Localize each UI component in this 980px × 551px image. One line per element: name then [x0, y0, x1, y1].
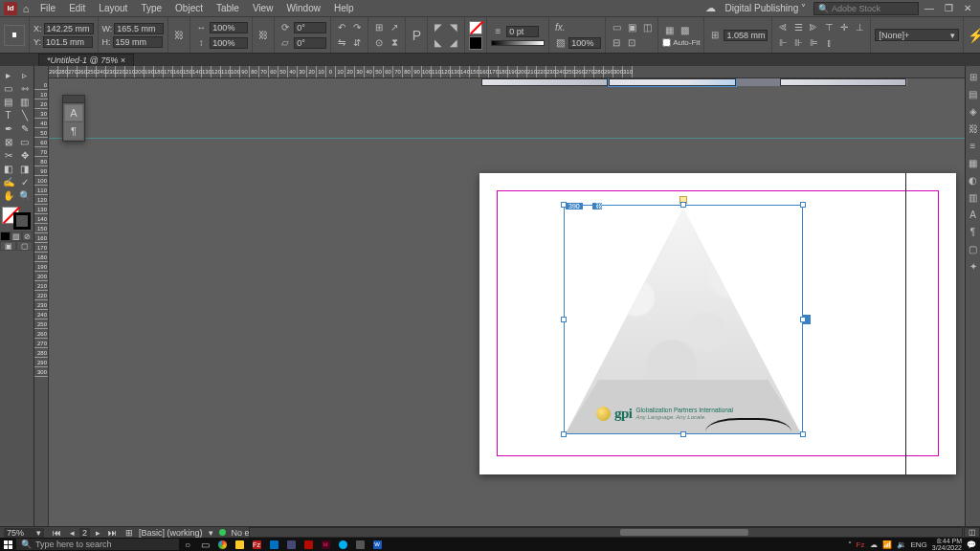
color-panel-icon[interactable]: ◐ [967, 173, 980, 187]
x-field[interactable]: 142.25 mm [44, 23, 94, 34]
horizontal-scrollbar[interactable] [249, 527, 963, 538]
fx-button[interactable]: fx. [553, 21, 567, 34]
corner-bl-icon[interactable]: ◣ [432, 36, 445, 50]
eyedropper-tool[interactable]: ✓ [16, 175, 33, 188]
taskbar-app-chrome[interactable] [213, 538, 231, 551]
window-minimize-icon[interactable]: — [921, 2, 938, 15]
workspace-switcher[interactable]: Digital Publishing ˅ [720, 1, 813, 15]
wrap-column-icon[interactable]: ⊡ [625, 36, 638, 50]
handle-mr[interactable] [800, 317, 806, 322]
taskbar-app-word[interactable]: W [368, 538, 386, 551]
vertical-ruler[interactable]: 0102030405060708090100110120130140150160… [34, 66, 49, 526]
links-panel-icon[interactable]: ⛓ [967, 121, 980, 135]
tray-filezilla-icon[interactable]: Fz [857, 540, 865, 549]
page-number-field[interactable]: 2 [79, 528, 90, 538]
paragraph-panel-icon[interactable]: ¶ [64, 122, 83, 140]
wrap-shape-icon[interactable]: ◫ [640, 21, 654, 34]
constrain-scale-icon[interactable]: ⛓ [256, 29, 270, 42]
taskbar-app-outlook[interactable] [265, 538, 282, 551]
scale-y-field[interactable]: 100% [210, 37, 248, 49]
direct-selection-tool[interactable]: ▹ [16, 68, 33, 81]
pencil-tool[interactable]: ✎ [16, 121, 33, 135]
w-field[interactable]: 165.5 mm [114, 23, 164, 34]
dimensions-icon[interactable]: ⊞ [372, 21, 386, 34]
tray-volume-icon[interactable]: 🔉 [897, 540, 906, 549]
paragraph-icon[interactable]: P [410, 29, 423, 42]
menu-object[interactable]: Object [169, 1, 209, 15]
horizontal-ruler[interactable]: 2902802702602502402302202102001901801701… [49, 66, 965, 78]
dist-spacing-icon[interactable]: ⫿ [822, 36, 835, 50]
menu-help[interactable]: Help [328, 1, 360, 15]
wrap-jump-icon[interactable]: ⊟ [610, 36, 623, 50]
preflight-status-icon[interactable] [219, 529, 226, 536]
tray-language[interactable]: ENG [911, 540, 927, 549]
rectangle-frame-tool[interactable]: ⊠ [0, 135, 16, 148]
cc-libraries-panel-icon[interactable]: ▥ [967, 190, 980, 204]
gradient-swatch-tool[interactable]: ◧ [0, 162, 16, 175]
fit-frame-icon[interactable]: ▦ [662, 23, 676, 36]
cloud-sync-icon[interactable]: ☁ [704, 2, 718, 15]
taskbar-search[interactable]: 🔍 Type here to search [16, 539, 179, 550]
corner-tr-icon[interactable]: ◥ [447, 21, 460, 34]
wrap-bound-icon[interactable]: ▣ [625, 21, 638, 34]
taskbar-app-skype[interactable] [334, 538, 351, 551]
align-top-icon[interactable]: ⊤ [822, 21, 835, 34]
handle-tr[interactable] [800, 202, 806, 208]
align-right-icon[interactable]: ⫸ [807, 21, 820, 34]
object-styles-panel-icon[interactable]: ▢ [967, 242, 980, 255]
align-vcenter-icon[interactable]: ✛ [837, 21, 851, 34]
note-tool[interactable]: ✍ [0, 175, 16, 188]
dist-hcenter-icon[interactable]: ⊪ [791, 36, 805, 50]
menu-layout[interactable]: Layout [93, 1, 133, 15]
gradient-feather-tool[interactable]: ◨ [16, 162, 33, 175]
flip-v-icon[interactable]: ⇵ [350, 36, 364, 50]
preview-mode-button[interactable]: ▢ [16, 241, 33, 251]
type-tool[interactable]: T [0, 108, 16, 121]
gpu-preview-icon[interactable]: ⚡ [968, 24, 980, 47]
content-collector-tool[interactable]: ▤ [0, 95, 16, 108]
windows-start-button[interactable] [0, 538, 15, 551]
character-styles-panel-icon[interactable]: A [967, 208, 980, 221]
properties-panel-icon[interactable]: ⊞ [967, 70, 980, 83]
page-tool[interactable]: ▭ [0, 81, 16, 95]
free-transform-tool[interactable]: ✥ [16, 148, 33, 162]
handle-bl[interactable] [561, 431, 567, 437]
tray-clock[interactable]: 8:44 PM3/24/2022 [932, 538, 962, 551]
handle-tl[interactable] [561, 202, 567, 208]
menu-type[interactable]: Type [135, 1, 167, 15]
rotate-ccw-icon[interactable]: ↶ [335, 21, 348, 34]
menu-window[interactable]: Window [280, 1, 326, 15]
character-panel-icon[interactable]: A [64, 104, 83, 121]
rectangle-tool[interactable]: ▭ [16, 135, 33, 148]
apply-none-button[interactable]: ⊘ [22, 231, 33, 241]
handle-bm[interactable] [680, 431, 686, 437]
constrain-wh-icon[interactable]: ⛓ [172, 29, 186, 42]
fill-swatch[interactable] [469, 21, 482, 34]
pen-tool[interactable]: ✒ [0, 121, 16, 135]
handle-ml[interactable] [561, 317, 567, 322]
taskbar-app-indesign[interactable]: Id [317, 538, 334, 551]
handle-tm[interactable] [680, 202, 686, 208]
stock-search[interactable]: 🔍 Adobe Stock [813, 2, 919, 15]
apply-gradient-button[interactable]: ▨ [11, 231, 21, 241]
dim-arrow-icon[interactable]: ↗ [388, 21, 401, 34]
corner-br-icon[interactable]: ◢ [447, 36, 460, 50]
window-close-icon[interactable]: ✕ [959, 2, 976, 15]
fit-content-icon[interactable]: ▩ [678, 23, 691, 36]
tab-close-icon[interactable]: × [121, 55, 125, 65]
layers-panel-icon[interactable]: ◈ [967, 104, 980, 118]
window-restore-icon[interactable]: ❐ [940, 2, 957, 15]
y-field[interactable]: 101.5 mm [43, 36, 93, 48]
first-page-button[interactable]: ⏮ [50, 528, 64, 538]
taskbar-app-acrobat[interactable] [300, 538, 317, 551]
stroke-swatch[interactable] [469, 36, 482, 50]
menu-view[interactable]: View [247, 1, 279, 15]
spread-thumb-3[interactable] [780, 78, 906, 86]
split-view-icon[interactable]: ◫ [964, 527, 980, 538]
autofit-checkbox[interactable] [662, 38, 671, 47]
selection-bounding-box[interactable]: 390 ⛓ [564, 205, 803, 434]
type-panel-collapsed[interactable]: A ¶ [62, 95, 85, 142]
paragraph-styles-panel-icon[interactable]: ¶ [967, 225, 980, 238]
pages-panel-icon[interactable]: ▤ [967, 87, 980, 100]
dist-right-icon[interactable]: ⊫ [807, 36, 820, 50]
